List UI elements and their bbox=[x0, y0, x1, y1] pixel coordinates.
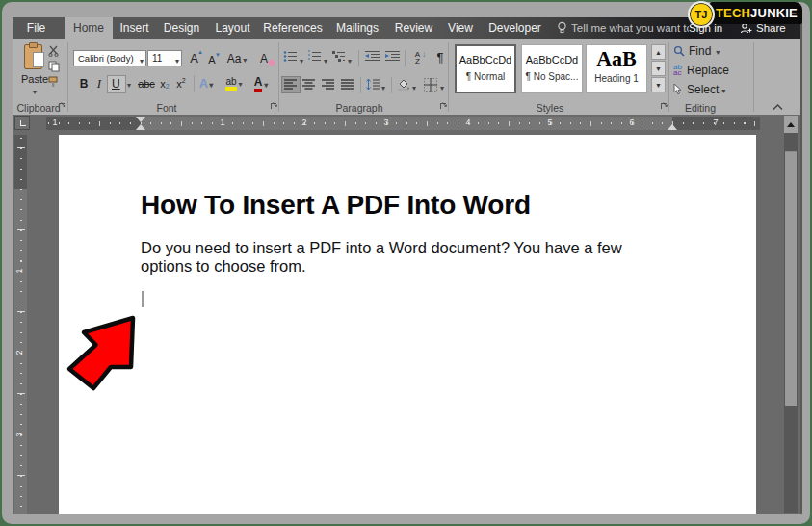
scrollbar-thumb[interactable] bbox=[785, 151, 797, 406]
style-card-heading1[interactable]: AaB Heading 1 bbox=[586, 44, 647, 93]
vertical-ruler[interactable]: 1 2 3 bbox=[14, 135, 27, 514]
replace-button[interactable]: abac Replace bbox=[673, 64, 729, 77]
italic-button[interactable]: I bbox=[93, 75, 105, 92]
hanging-indent-marker[interactable] bbox=[136, 124, 145, 130]
multilevel-list-icon[interactable] bbox=[331, 50, 347, 63]
align-left-button[interactable] bbox=[282, 77, 300, 92]
font-size-combo[interactable]: 11 bbox=[147, 50, 182, 66]
paragraph-dialog-launcher[interactable] bbox=[440, 103, 448, 111]
bold-button[interactable]: B bbox=[77, 75, 91, 92]
document-page[interactable]: How To Insert A PDF Into Word Do you nee… bbox=[59, 135, 756, 514]
tab-home[interactable]: Home bbox=[65, 17, 113, 39]
text-effects-label: A bbox=[199, 76, 208, 91]
borders-dropdown[interactable] bbox=[440, 81, 444, 92]
clipboard-dialog-launcher[interactable] bbox=[59, 103, 66, 111]
underline-button[interactable]: U bbox=[107, 75, 126, 93]
underline-dropdown[interactable] bbox=[124, 75, 134, 92]
paste-button[interactable]: Paste bbox=[19, 41, 50, 97]
align-center-button[interactable] bbox=[302, 79, 316, 91]
hruler-num: 7 bbox=[713, 118, 718, 127]
tab-developer[interactable]: Developer bbox=[481, 17, 549, 39]
style-nospacing-preview: AaBbCcDd bbox=[522, 54, 582, 66]
decrease-indent-icon[interactable] bbox=[364, 50, 380, 63]
cut-icon[interactable] bbox=[48, 45, 61, 57]
copy-icon[interactable] bbox=[48, 61, 60, 72]
superscript-button[interactable]: x2 bbox=[173, 75, 189, 92]
format-painter-icon[interactable] bbox=[48, 76, 60, 88]
superscript-mark: 2 bbox=[182, 77, 186, 84]
tab-stop-selector[interactable] bbox=[14, 116, 30, 130]
tab-file[interactable]: File bbox=[13, 17, 60, 39]
hruler-half-ticks bbox=[99, 121, 760, 126]
justify-button[interactable] bbox=[341, 79, 354, 91]
strikethrough-button[interactable]: abc bbox=[136, 75, 157, 92]
sort-z: Z bbox=[415, 58, 420, 65]
font-color-button[interactable]: A bbox=[250, 75, 272, 92]
font-family-combo[interactable]: Calibri (Body) bbox=[73, 50, 146, 66]
bullets-dropdown[interactable] bbox=[300, 54, 303, 66]
select-dropdown bbox=[721, 84, 725, 95]
tab-design[interactable]: Design bbox=[156, 17, 207, 39]
shrink-font-button[interactable]: A▼ bbox=[205, 52, 219, 66]
styles-scroll-up[interactable]: ▲ bbox=[651, 44, 666, 60]
word-window: File Home Insert Design Layout Reference… bbox=[13, 17, 802, 514]
logo-tech-text: TECH bbox=[716, 6, 750, 20]
clear-formatting-button[interactable]: A bbox=[255, 50, 273, 66]
change-case-button[interactable]: Aa bbox=[225, 50, 249, 66]
bullets-icon[interactable] bbox=[283, 50, 299, 63]
line-spacing-dropdown[interactable] bbox=[381, 81, 385, 92]
collapse-ribbon-chevron[interactable] bbox=[773, 104, 783, 111]
shading-dropdown[interactable] bbox=[412, 81, 416, 92]
italic-label: I bbox=[97, 76, 101, 92]
tab-review[interactable]: Review bbox=[387, 17, 440, 39]
tab-view[interactable]: View bbox=[440, 17, 481, 39]
grow-font-button[interactable]: A▲ bbox=[187, 50, 201, 66]
increase-indent-icon[interactable] bbox=[384, 50, 401, 63]
replace-label: Replace bbox=[687, 64, 729, 77]
text-effects-button[interactable]: A bbox=[198, 75, 214, 92]
find-button[interactable]: Find bbox=[673, 44, 720, 58]
font-dialog-launcher[interactable] bbox=[271, 103, 278, 111]
document-area: 1 1 2 3 4 5 6 7 1 2 3 How To Insert A PD… bbox=[13, 115, 800, 514]
tab-mailings[interactable]: Mailings bbox=[327, 17, 387, 39]
scroll-up-button[interactable] bbox=[784, 116, 798, 133]
styles-gallery-expand[interactable]: ▼ bbox=[651, 77, 666, 92]
paste-label: Paste bbox=[21, 73, 48, 85]
font-color-dropdown bbox=[264, 77, 268, 91]
subscript-button[interactable]: x2 bbox=[157, 75, 172, 92]
style-card-no-spacing[interactable]: AaBbCcDd ¶ No Spac... bbox=[521, 44, 583, 93]
right-indent-marker[interactable] bbox=[668, 124, 677, 130]
borders-icon[interactable] bbox=[424, 78, 437, 92]
tellme-box[interactable]: Tell me what you want to d bbox=[557, 17, 689, 39]
ribbon: Paste Clipboard Calibri (Body) 11 A▲ A▼ … bbox=[13, 39, 800, 115]
numbering-icon[interactable] bbox=[307, 50, 323, 63]
align-right-button[interactable] bbox=[322, 79, 335, 91]
select-button[interactable]: Select bbox=[673, 83, 725, 96]
style-normal-preview: AaBbCcDd bbox=[457, 54, 514, 66]
bold-label: B bbox=[80, 77, 89, 91]
show-paragraph-marks-button[interactable]: ¶ bbox=[433, 49, 447, 66]
paragraph-group-label: Paragraph bbox=[335, 102, 382, 114]
shading-bucket-icon[interactable] bbox=[397, 79, 410, 92]
paragraph-divider bbox=[358, 50, 359, 66]
techjunkie-badge-icon: TJ bbox=[688, 1, 715, 28]
multilevel-dropdown[interactable] bbox=[348, 54, 352, 66]
styles-dialog-launcher[interactable] bbox=[661, 103, 668, 111]
line-spacing-icon[interactable] bbox=[366, 79, 380, 91]
tab-references[interactable]: References bbox=[258, 17, 327, 39]
vertical-scrollbar[interactable] bbox=[784, 116, 798, 513]
tab-insert[interactable]: Insert bbox=[113, 17, 156, 39]
styles-scroll-down[interactable]: ▼ bbox=[651, 61, 666, 76]
numbering-dropdown[interactable] bbox=[324, 54, 327, 66]
horizontal-ruler[interactable]: 1 1 2 3 4 5 6 7 bbox=[46, 117, 760, 130]
style-card-normal[interactable]: AaBbCcDd ¶ Normal bbox=[455, 44, 516, 93]
sort-button[interactable]: AZ↓ bbox=[409, 49, 426, 66]
tab-layout[interactable]: Layout bbox=[207, 17, 258, 39]
text-caret bbox=[142, 291, 144, 307]
group-divider bbox=[668, 42, 669, 112]
tab-stop-L-icon bbox=[20, 120, 26, 126]
tab-developer-label: Developer bbox=[488, 21, 541, 35]
highlight-button[interactable]: ab bbox=[223, 75, 245, 92]
first-line-indent-marker[interactable] bbox=[136, 117, 145, 122]
screenshot-root: File Home Insert Design Layout Reference… bbox=[0, 0, 812, 526]
